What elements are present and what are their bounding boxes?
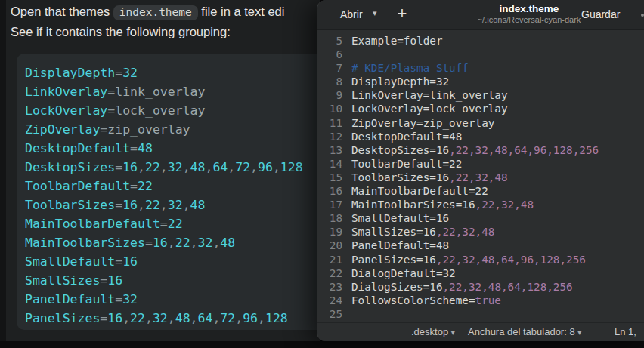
editor-line: 20PanelDefault=48 bbox=[317, 239, 644, 252]
ini-code-line: MainToolbarDefault=22 bbox=[25, 214, 320, 233]
ini-code-line: DesktopDefault=48 bbox=[25, 139, 320, 158]
editor-line: 23DialogSizes=16,22,32,48,64,128,256 bbox=[317, 280, 644, 294]
line-number: 5 bbox=[324, 34, 342, 48]
line-number: 14 bbox=[324, 157, 342, 171]
line-number: 8 bbox=[324, 75, 342, 88]
editor-line: 10LockOverlay=lock_overlay bbox=[317, 102, 644, 115]
instruction-paragraph-2: See if it contains the following groupin… bbox=[11, 24, 231, 40]
instruction-paragraph-1: Open that themes index.theme file in a t… bbox=[11, 4, 284, 20]
line-content: DialogSizes=16,22,32,48,64,128,256 bbox=[351, 280, 573, 294]
editor-line: 6 bbox=[317, 48, 644, 61]
editor-line: 21PanelSizes=16,22,32,48,64,96,128,256 bbox=[317, 253, 644, 266]
ini-code-line: LockOverlay=lock_overlay bbox=[25, 101, 320, 120]
line-number: 9 bbox=[324, 88, 342, 102]
new-tab-button[interactable]: + bbox=[393, 4, 411, 23]
tab-width-caret-icon: ▾ bbox=[577, 328, 581, 337]
editor-line: 18SmallDefault=16 bbox=[317, 211, 644, 225]
chat-panel-edge bbox=[0, 0, 6, 341]
editor-line: 11ZipOverlay=zip_overlay bbox=[317, 116, 644, 130]
text-editor-window: Abrir ▾ + index.theme ~/.icons/Reversal-… bbox=[317, 0, 644, 341]
line-number: 10 bbox=[324, 102, 342, 115]
line-number: 11 bbox=[324, 116, 342, 130]
line-number: 15 bbox=[324, 171, 342, 184]
line-content: Example=folder bbox=[351, 34, 443, 48]
line-number: 16 bbox=[324, 184, 342, 198]
ini-code-line: PanelDefault=32 bbox=[25, 290, 320, 309]
menu-button-partial-icon[interactable] bbox=[641, 14, 644, 17]
line-number: 19 bbox=[324, 225, 342, 239]
paragraph-1-prefix: Open that themes bbox=[11, 5, 113, 18]
tab-width-selector[interactable]: Anchura del tabulador: 8 ▾ bbox=[468, 326, 581, 337]
ini-code-line: DesktopSizes=16,22,32,48,64,72,96,128 bbox=[25, 158, 320, 177]
syntax-caret-icon: ▾ bbox=[451, 328, 455, 337]
editor-line: 8DisplayDepth=32 bbox=[317, 75, 644, 88]
ini-code-block: DisplayDepth=32LinkOverlay=link_overlayL… bbox=[17, 54, 320, 330]
editor-line: 22DialogDefault=32 bbox=[317, 266, 644, 280]
line-number: 12 bbox=[324, 130, 342, 143]
editor-line: 13DesktopSizes=16,22,32,48,64,96,128,256 bbox=[317, 143, 644, 157]
ini-code-line: ZipOverlay=zip_overlay bbox=[25, 120, 320, 139]
paragraph-1-suffix: file in a text edi bbox=[198, 5, 285, 18]
line-number: 24 bbox=[324, 294, 342, 307]
save-button[interactable]: Guardar bbox=[581, 8, 620, 20]
line-number: 17 bbox=[324, 198, 342, 211]
line-content: LinkOverlay=link_overlay bbox=[351, 88, 508, 102]
line-content: ToolbarDefault=22 bbox=[351, 157, 462, 171]
line-number: 22 bbox=[324, 266, 342, 280]
line-number: 7 bbox=[324, 61, 342, 75]
line-number: 20 bbox=[324, 239, 342, 252]
line-content: MainToolbarDefault=22 bbox=[351, 184, 488, 198]
open-button[interactable]: Abrir bbox=[340, 8, 363, 20]
cursor-position-indicator[interactable]: Ln 1, bbox=[615, 326, 636, 337]
line-content: DesktopDefault=48 bbox=[351, 130, 462, 143]
ini-code-line: SmallSizes=16 bbox=[25, 271, 320, 290]
editor-line: 14ToolbarDefault=22 bbox=[317, 157, 644, 171]
line-content: FollowsColorScheme=true bbox=[351, 294, 501, 307]
line-number: 13 bbox=[324, 143, 342, 157]
editor-line: 9LinkOverlay=link_overlay bbox=[317, 88, 644, 102]
ini-code-line: PanelSizes=16,22,32,48,64,72,96,128 bbox=[25, 309, 320, 328]
editor-line: 5Example=folder bbox=[317, 34, 644, 48]
line-number: 25 bbox=[324, 307, 342, 321]
ini-code-line: ToolbarDefault=22 bbox=[25, 177, 320, 196]
ini-code-line: MainToolbarSizes=16,22,32,48 bbox=[25, 233, 320, 252]
ini-code-line: LinkOverlay=link_overlay bbox=[25, 82, 320, 101]
line-content: DesktopSizes=16,22,32,48,64,96,128,256 bbox=[351, 143, 599, 157]
inline-code-index-theme: index.theme bbox=[113, 5, 198, 20]
line-content: DisplayDepth=32 bbox=[351, 75, 449, 88]
ini-code-line: SmallDefault=16 bbox=[25, 252, 320, 271]
line-content: SmallSizes=16,22,32,48 bbox=[351, 225, 494, 239]
editor-statusbar: .desktop ▾ Anchura del tabulador: 8 ▾ Ln… bbox=[317, 322, 644, 341]
editor-line: 24FollowsColorScheme=true bbox=[317, 294, 644, 307]
editor-text-area[interactable]: 5Example=folder67# KDE/Plasma Stuff8Disp… bbox=[317, 30, 644, 322]
chat-panel: Open that themes index.theme file in a t… bbox=[0, 0, 320, 341]
line-content: ToolbarSizes=16,22,32,48 bbox=[351, 171, 508, 184]
editor-line: 25 bbox=[317, 307, 644, 321]
line-number: 23 bbox=[324, 280, 342, 294]
line-content: LockOverlay=lock_overlay bbox=[351, 102, 508, 115]
ini-code-line: ToolbarSizes=16,22,32,48 bbox=[25, 196, 320, 214]
editor-line: 16MainToolbarDefault=22 bbox=[317, 184, 644, 198]
line-number: 21 bbox=[324, 253, 342, 266]
line-content: MainToolbarSizes=16,22,32,48 bbox=[351, 198, 534, 211]
syntax-selector[interactable]: .desktop ▾ bbox=[411, 326, 455, 337]
editor-line: 7# KDE/Plasma Stuff bbox=[317, 61, 644, 75]
line-number: 18 bbox=[324, 211, 342, 225]
editor-line: 19SmallSizes=16,22,32,48 bbox=[317, 225, 644, 239]
editor-line: 12DesktopDefault=48 bbox=[317, 130, 644, 143]
open-dropdown-caret-icon[interactable]: ▾ bbox=[373, 8, 377, 18]
line-content: PanelSizes=16,22,32,48,64,96,128,256 bbox=[351, 253, 586, 266]
line-content: PanelDefault=48 bbox=[351, 239, 449, 252]
line-content: DialogDefault=32 bbox=[351, 266, 456, 280]
line-content: # KDE/Plasma Stuff bbox=[351, 61, 469, 75]
screen: Open that themes index.theme file in a t… bbox=[0, 0, 644, 348]
line-number: 6 bbox=[324, 48, 342, 61]
editor-headerbar: Abrir ▾ + index.theme ~/.icons/Reversal-… bbox=[317, 0, 644, 30]
line-content: SmallDefault=16 bbox=[351, 211, 449, 225]
editor-line: 17MainToolbarSizes=16,22,32,48 bbox=[317, 198, 644, 211]
editor-line: 15ToolbarSizes=16,22,32,48 bbox=[317, 171, 644, 184]
line-content: ZipOverlay=zip_overlay bbox=[351, 116, 494, 130]
ini-code-line: DisplayDepth=32 bbox=[25, 63, 320, 82]
